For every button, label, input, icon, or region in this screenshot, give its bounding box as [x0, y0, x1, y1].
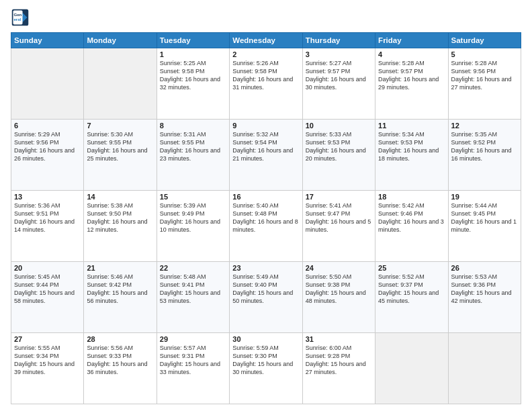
- cell-info: Sunrise: 5:48 AM Sunset: 9:41 PM Dayligh…: [160, 273, 226, 306]
- day-number: 19: [451, 193, 518, 201]
- weekday-saturday: Saturday: [448, 33, 521, 48]
- logo-icon: Gen eral: [11, 8, 30, 27]
- week-row-2: 6Sunrise: 5:29 AM Sunset: 9:56 PM Daylig…: [11, 120, 521, 191]
- calendar-cell: 22Sunrise: 5:48 AM Sunset: 9:41 PM Dayli…: [157, 262, 229, 333]
- week-row-5: 27Sunrise: 5:55 AM Sunset: 9:34 PM Dayli…: [11, 333, 521, 404]
- day-number: 25: [378, 264, 445, 272]
- day-number: 12: [451, 122, 518, 130]
- day-number: 13: [14, 193, 81, 201]
- day-number: 16: [232, 193, 299, 201]
- cell-info: Sunrise: 5:55 AM Sunset: 9:34 PM Dayligh…: [14, 344, 81, 377]
- calendar-cell: 29Sunrise: 5:57 AM Sunset: 9:31 PM Dayli…: [157, 333, 229, 404]
- calendar-cell: [375, 333, 448, 404]
- day-number: 15: [160, 193, 226, 201]
- calendar-cell: 3Sunrise: 5:27 AM Sunset: 9:57 PM Daylig…: [302, 48, 375, 120]
- day-number: 4: [378, 50, 445, 58]
- day-number: 22: [160, 264, 226, 272]
- cell-info: Sunrise: 6:00 AM Sunset: 9:28 PM Dayligh…: [306, 344, 372, 377]
- day-number: 5: [451, 50, 518, 58]
- cell-info: Sunrise: 5:38 AM Sunset: 9:50 PM Dayligh…: [87, 201, 153, 234]
- day-number: 6: [14, 122, 81, 130]
- cell-info: Sunrise: 5:34 AM Sunset: 9:53 PM Dayligh…: [378, 130, 445, 163]
- weekday-monday: Monday: [84, 33, 157, 48]
- calendar-cell: 15Sunrise: 5:39 AM Sunset: 9:49 PM Dayli…: [157, 191, 229, 262]
- calendar-cell: 5Sunrise: 5:28 AM Sunset: 9:56 PM Daylig…: [448, 48, 521, 120]
- cell-info: Sunrise: 5:59 AM Sunset: 9:30 PM Dayligh…: [232, 344, 299, 377]
- day-number: 30: [232, 335, 299, 343]
- cell-info: Sunrise: 5:44 AM Sunset: 9:45 PM Dayligh…: [451, 201, 518, 234]
- weekday-friday: Friday: [375, 33, 448, 48]
- calendar-cell: [11, 48, 84, 120]
- calendar-cell: 24Sunrise: 5:50 AM Sunset: 9:38 PM Dayli…: [302, 262, 375, 333]
- day-number: 27: [14, 335, 81, 343]
- calendar-cell: 6Sunrise: 5:29 AM Sunset: 9:56 PM Daylig…: [11, 120, 84, 191]
- calendar: SundayMondayTuesdayWednesdayThursdayFrid…: [11, 32, 521, 404]
- calendar-cell: 28Sunrise: 5:56 AM Sunset: 9:33 PM Dayli…: [84, 333, 157, 404]
- day-number: 20: [14, 264, 81, 272]
- calendar-cell: 2Sunrise: 5:26 AM Sunset: 9:58 PM Daylig…: [230, 48, 302, 120]
- cell-info: Sunrise: 5:36 AM Sunset: 9:51 PM Dayligh…: [14, 201, 81, 234]
- calendar-cell: 9Sunrise: 5:32 AM Sunset: 9:54 PM Daylig…: [230, 120, 302, 191]
- cell-info: Sunrise: 5:25 AM Sunset: 9:58 PM Dayligh…: [160, 59, 226, 92]
- cell-info: Sunrise: 5:32 AM Sunset: 9:54 PM Dayligh…: [232, 130, 299, 163]
- header: Gen eral: [11, 8, 521, 27]
- calendar-cell: [84, 48, 157, 120]
- day-number: 24: [306, 264, 372, 272]
- calendar-cell: 31Sunrise: 6:00 AM Sunset: 9:28 PM Dayli…: [302, 333, 375, 404]
- cell-info: Sunrise: 5:53 AM Sunset: 9:36 PM Dayligh…: [451, 273, 518, 306]
- day-number: 17: [306, 193, 372, 201]
- calendar-cell: 12Sunrise: 5:35 AM Sunset: 9:52 PM Dayli…: [448, 120, 521, 191]
- cell-info: Sunrise: 5:39 AM Sunset: 9:49 PM Dayligh…: [160, 201, 226, 234]
- calendar-cell: 23Sunrise: 5:49 AM Sunset: 9:40 PM Dayli…: [230, 262, 302, 333]
- cell-info: Sunrise: 5:35 AM Sunset: 9:52 PM Dayligh…: [451, 130, 518, 163]
- calendar-cell: 20Sunrise: 5:45 AM Sunset: 9:44 PM Dayli…: [11, 262, 84, 333]
- calendar-cell: 18Sunrise: 5:42 AM Sunset: 9:46 PM Dayli…: [375, 191, 448, 262]
- day-number: 31: [306, 335, 372, 343]
- calendar-cell: 26Sunrise: 5:53 AM Sunset: 9:36 PM Dayli…: [448, 262, 521, 333]
- week-row-1: 1Sunrise: 5:25 AM Sunset: 9:58 PM Daylig…: [11, 48, 521, 120]
- cell-info: Sunrise: 5:56 AM Sunset: 9:33 PM Dayligh…: [87, 344, 153, 377]
- cell-info: Sunrise: 5:28 AM Sunset: 9:57 PM Dayligh…: [378, 59, 445, 92]
- day-number: 28: [87, 335, 153, 343]
- day-number: 23: [232, 264, 299, 272]
- cell-info: Sunrise: 5:28 AM Sunset: 9:56 PM Dayligh…: [451, 59, 518, 92]
- calendar-cell: 21Sunrise: 5:46 AM Sunset: 9:42 PM Dayli…: [84, 262, 157, 333]
- cell-info: Sunrise: 5:49 AM Sunset: 9:40 PM Dayligh…: [232, 273, 299, 306]
- calendar-cell: 7Sunrise: 5:30 AM Sunset: 9:55 PM Daylig…: [84, 120, 157, 191]
- day-number: 1: [160, 50, 226, 58]
- cell-info: Sunrise: 5:57 AM Sunset: 9:31 PM Dayligh…: [160, 344, 226, 377]
- cell-info: Sunrise: 5:42 AM Sunset: 9:46 PM Dayligh…: [378, 201, 445, 234]
- day-number: 2: [232, 50, 299, 58]
- calendar-cell: 19Sunrise: 5:44 AM Sunset: 9:45 PM Dayli…: [448, 191, 521, 262]
- calendar-cell: 25Sunrise: 5:52 AM Sunset: 9:37 PM Dayli…: [375, 262, 448, 333]
- cell-info: Sunrise: 5:41 AM Sunset: 9:47 PM Dayligh…: [306, 201, 372, 234]
- day-number: 11: [378, 122, 445, 130]
- cell-info: Sunrise: 5:26 AM Sunset: 9:58 PM Dayligh…: [232, 59, 299, 92]
- cell-info: Sunrise: 5:29 AM Sunset: 9:56 PM Dayligh…: [14, 130, 81, 163]
- calendar-cell: 30Sunrise: 5:59 AM Sunset: 9:30 PM Dayli…: [230, 333, 302, 404]
- weekday-thursday: Thursday: [302, 33, 375, 48]
- day-number: 9: [232, 122, 299, 130]
- cell-info: Sunrise: 5:33 AM Sunset: 9:53 PM Dayligh…: [306, 130, 372, 163]
- calendar-cell: 4Sunrise: 5:28 AM Sunset: 9:57 PM Daylig…: [375, 48, 448, 120]
- cell-info: Sunrise: 5:30 AM Sunset: 9:55 PM Dayligh…: [87, 130, 153, 163]
- cell-info: Sunrise: 5:40 AM Sunset: 9:48 PM Dayligh…: [232, 201, 299, 234]
- day-number: 8: [160, 122, 226, 130]
- day-number: 26: [451, 264, 518, 272]
- day-number: 29: [160, 335, 226, 343]
- calendar-body: 1Sunrise: 5:25 AM Sunset: 9:58 PM Daylig…: [11, 48, 521, 404]
- day-number: 14: [87, 193, 153, 201]
- day-number: 3: [306, 50, 372, 58]
- calendar-cell: 8Sunrise: 5:31 AM Sunset: 9:55 PM Daylig…: [157, 120, 229, 191]
- calendar-cell: 16Sunrise: 5:40 AM Sunset: 9:48 PM Dayli…: [230, 191, 302, 262]
- svg-text:eral: eral: [13, 17, 21, 21]
- calendar-cell: 14Sunrise: 5:38 AM Sunset: 9:50 PM Dayli…: [84, 191, 157, 262]
- cell-info: Sunrise: 5:46 AM Sunset: 9:42 PM Dayligh…: [87, 273, 153, 306]
- calendar-cell: 17Sunrise: 5:41 AM Sunset: 9:47 PM Dayli…: [302, 191, 375, 262]
- day-number: 7: [87, 122, 153, 130]
- calendar-cell: 10Sunrise: 5:33 AM Sunset: 9:53 PM Dayli…: [302, 120, 375, 191]
- calendar-cell: 11Sunrise: 5:34 AM Sunset: 9:53 PM Dayli…: [375, 120, 448, 191]
- weekday-header-row: SundayMondayTuesdayWednesdayThursdayFrid…: [11, 33, 521, 48]
- weekday-wednesday: Wednesday: [230, 33, 302, 48]
- cell-info: Sunrise: 5:31 AM Sunset: 9:55 PM Dayligh…: [160, 130, 226, 163]
